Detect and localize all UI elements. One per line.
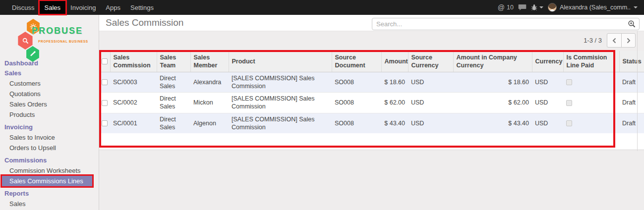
cell-sales-team: Direct Sales (157, 72, 190, 93)
cell-source-currency: USD (408, 72, 453, 93)
cell-select (99, 72, 110, 93)
pager-range: 1-3 / 3 (584, 37, 602, 44)
cell-amount: $ 43.40 (381, 113, 408, 133)
column-header-sales-commission[interactable]: Sales Commission (110, 51, 157, 72)
sidebar-item-sales-to-invoice[interactable]: Sales to Invoice (0, 132, 99, 143)
topbar-menu-item-discuss[interactable]: Discuss (7, 1, 40, 14)
sidebar-item-products[interactable]: Products (0, 109, 99, 120)
pager-next-button[interactable] (621, 34, 635, 47)
sidebar-section-reports[interactable]: Reports (0, 189, 99, 199)
cell-currency: USD (532, 113, 563, 133)
topbar-menu-item-apps[interactable]: Apps (101, 1, 125, 14)
cell-status: Draft (619, 72, 644, 93)
pager-previous-button[interactable] (607, 34, 621, 47)
cell-select (99, 93, 110, 113)
row-select-checkbox[interactable] (102, 79, 108, 85)
column-header-sales-team[interactable]: Sales Team (157, 51, 190, 72)
column-header-paid[interactable]: Is Commision Line Paid (563, 51, 619, 72)
paid-checkbox (566, 79, 572, 85)
column-header-amount[interactable]: Amount (381, 51, 408, 72)
table-row[interactable]: SC/0003Direct SalesAlexandra[SALES COMMI… (99, 72, 644, 93)
sidebar-section-invoicing[interactable]: Invoicing (0, 122, 99, 132)
topbar-menu-item-sales[interactable]: Sales (40, 1, 66, 14)
avatar (548, 3, 557, 12)
search-icon[interactable] (628, 20, 636, 30)
cell-product: [SALES COMMISSION] Sales Commission (229, 113, 332, 133)
cell-sales-team: Direct Sales (157, 113, 190, 133)
table-header-row: Sales CommissionSales TeamSales MemberPr… (99, 51, 644, 72)
control-panel: Sales Commission (99, 15, 644, 31)
cell-sales-commission: SC/0002 (110, 93, 157, 113)
chevron-down-icon (539, 6, 543, 8)
user-menu-button[interactable]: Alexandra (Sales_comm.. (548, 3, 638, 12)
column-header-amount-company[interactable]: Amount in Company Currency (453, 51, 532, 72)
cell-source-document: SO008 (332, 93, 381, 113)
sidebar-item-sales[interactable]: Sales (0, 199, 99, 209)
cell-status: Draft (619, 93, 644, 113)
column-header-product[interactable]: Product (229, 51, 332, 72)
topbar-menu-item-invoicing[interactable]: Invoicing (65, 1, 101, 14)
cell-paid (563, 93, 619, 113)
cell-sales-member: Alexandra (190, 72, 229, 93)
cell-product: [SALES COMMISSION] Sales Commission (229, 72, 332, 93)
sidebar-item-quotations[interactable]: Quotations (0, 89, 99, 99)
cell-source-document: SO008 (332, 72, 381, 93)
cell-currency: USD (532, 93, 563, 113)
bug-icon (531, 4, 537, 11)
cell-paid (563, 72, 619, 93)
cell-amount-company: $ 62.00 (453, 93, 532, 113)
sidebar-item-sales-commissions-lines[interactable]: Sales Commissions Lines (2, 176, 92, 186)
debug-menu-button[interactable] (531, 4, 543, 11)
column-header-currency[interactable]: Currency (532, 51, 563, 72)
sidebar-section-sales[interactable]: Sales (0, 68, 99, 78)
mentions-button[interactable]: @ 10 (498, 3, 514, 11)
paid-checkbox (566, 100, 572, 106)
row-select-checkbox[interactable] (102, 100, 108, 106)
table-right-border-line (637, 31, 638, 151)
sidebar-section-commissions[interactable]: Commissions (0, 156, 99, 165)
main-content: Sales Commission 1-3 / 3 (99, 15, 644, 210)
sidebar-item-sales-orders[interactable]: Sales Orders (0, 99, 99, 109)
topbar-right: @ 10 Alexandra (Sales_comm.. (498, 3, 644, 12)
cell-sales-commission: SC/0003 (110, 72, 157, 93)
cell-amount-company: $ 43.40 (453, 113, 532, 133)
cell-sales-member: Algenon (190, 113, 229, 133)
page-title: Sales Commission (106, 17, 183, 28)
table-row[interactable]: SC/0001Direct SalesAlgenon[SALES COMMISS… (99, 113, 644, 133)
pager: 1-3 / 3 (584, 33, 636, 48)
cell-amount-company: $ 18.60 (453, 72, 532, 93)
sidebar-item-orders-to-upsell[interactable]: Orders to Upsell (0, 143, 99, 153)
cell-product: [SALES COMMISSION] Sales Commission (229, 93, 332, 113)
sidebar-item-commission-worksheets[interactable]: Commission Worksheets (0, 165, 99, 176)
row-select-checkbox[interactable] (102, 120, 108, 126)
cell-status: Draft (619, 113, 644, 133)
column-header-source-document[interactable]: Source Document (332, 51, 381, 72)
sidebar-nav: DashboardSalesCustomersQuotationsSales O… (0, 58, 99, 209)
cell-source-document: SO008 (332, 113, 381, 133)
sidebar-item-customers[interactable]: Customers (0, 78, 99, 89)
cell-amount: $ 62.00 (381, 93, 408, 113)
cell-sales-commission: SC/0001 (110, 113, 157, 133)
magnifier-hexagon-icon (17, 32, 34, 50)
chevron-down-icon (634, 6, 638, 8)
logo-tagline: PROFESSIONAL BUSINESS (38, 40, 88, 43)
search-input[interactable] (372, 18, 639, 30)
cell-select (99, 113, 110, 133)
column-header-source-currency[interactable]: Source Currency (408, 51, 453, 72)
sidebar-section-dashboard[interactable]: Dashboard (0, 58, 99, 68)
messages-button[interactable] (518, 4, 527, 11)
commission-lines-table: Sales CommissionSales TeamSales MemberPr… (99, 51, 644, 133)
logo-title: PROBUSE (32, 26, 83, 36)
list-view-sheet: Sales CommissionSales TeamSales MemberPr… (99, 51, 644, 150)
cell-source-currency: USD (408, 93, 453, 113)
column-header-sales-member[interactable]: Sales Member (190, 51, 229, 72)
select-all-checkbox[interactable] (102, 58, 108, 64)
user-name: Alexandra (Sales_comm.. (560, 4, 631, 11)
column-header-status[interactable]: Status (619, 51, 644, 72)
chat-bubble-icon (518, 4, 527, 11)
cell-sales-team: Direct Sales (157, 93, 190, 113)
topbar-menu-item-settings[interactable]: Settings (125, 1, 159, 14)
mentions-count: 10 (507, 4, 514, 11)
select-all-header (99, 51, 110, 72)
table-row[interactable]: SC/0002Direct SalesMickon[SALES COMMISSI… (99, 93, 644, 113)
